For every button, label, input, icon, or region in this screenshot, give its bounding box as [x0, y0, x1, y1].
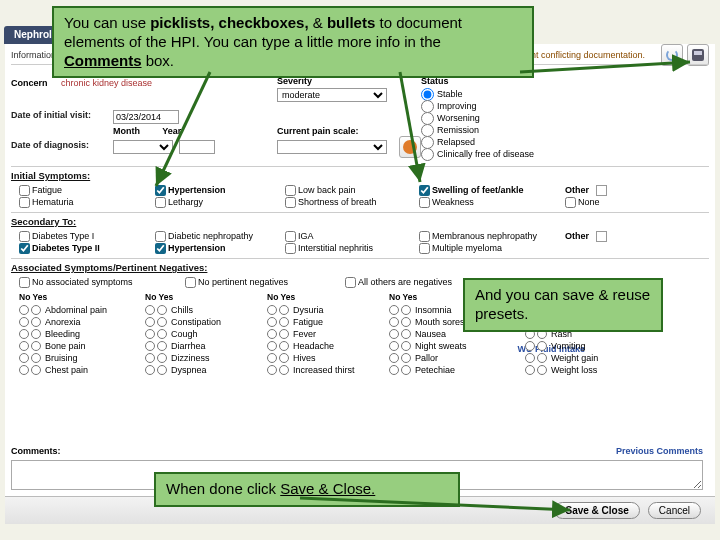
- chk-dn[interactable]: [155, 231, 166, 242]
- assoc-yes[interactable]: [279, 317, 289, 327]
- assoc-yes[interactable]: [31, 305, 41, 315]
- assoc-no[interactable]: [389, 365, 399, 375]
- assoc-label: Headache: [293, 341, 334, 351]
- assoc-yes[interactable]: [157, 329, 167, 339]
- assoc-no[interactable]: [145, 305, 155, 315]
- chk-iga[interactable]: [285, 231, 296, 242]
- assoc-yes[interactable]: [279, 305, 289, 315]
- assoc-yes[interactable]: [31, 353, 41, 363]
- chk-lethargy[interactable]: [155, 197, 166, 208]
- assoc-no[interactable]: [389, 305, 399, 315]
- chk-intn[interactable]: [285, 243, 296, 254]
- assoc-yes[interactable]: [31, 317, 41, 327]
- chk-dm2[interactable]: [19, 243, 30, 254]
- assoc-yes[interactable]: [31, 365, 41, 375]
- chk-weakness[interactable]: [419, 197, 430, 208]
- assoc-no[interactable]: [19, 365, 29, 375]
- initial-other-input[interactable]: [596, 185, 607, 196]
- chk-all-neg[interactable]: [345, 277, 356, 288]
- cancel-button[interactable]: Cancel: [648, 502, 701, 519]
- chk-memb[interactable]: [419, 231, 430, 242]
- assoc-no[interactable]: [267, 329, 277, 339]
- assoc-yes[interactable]: [31, 329, 41, 339]
- assoc-yes[interactable]: [401, 353, 411, 363]
- assoc-yes[interactable]: [157, 353, 167, 363]
- assoc-no[interactable]: [145, 341, 155, 351]
- assoc-label: Diarrhea: [171, 341, 206, 351]
- chk-sob[interactable]: [285, 197, 296, 208]
- assoc-no[interactable]: [145, 317, 155, 327]
- chk-hematuria[interactable]: [19, 197, 30, 208]
- previous-comments-link[interactable]: Previous Comments: [616, 446, 703, 456]
- save-icon[interactable]: [687, 44, 709, 66]
- assoc-yes[interactable]: [157, 305, 167, 315]
- secondary-other-input[interactable]: [596, 231, 607, 242]
- assoc-no[interactable]: [389, 329, 399, 339]
- assoc-no[interactable]: [19, 317, 29, 327]
- assoc-no[interactable]: [19, 305, 29, 315]
- refresh-icon[interactable]: [661, 44, 683, 66]
- assoc-label: Insomnia: [415, 305, 452, 315]
- status-clinically-free[interactable]: [421, 148, 434, 161]
- initial-visit-date[interactable]: [113, 110, 179, 124]
- assoc-yes[interactable]: [537, 341, 547, 351]
- severity-select[interactable]: moderate: [277, 88, 387, 102]
- assoc-no[interactable]: [145, 353, 155, 363]
- assoc-no[interactable]: [389, 341, 399, 351]
- assoc-no[interactable]: [267, 365, 277, 375]
- assoc-yes[interactable]: [537, 353, 547, 363]
- chk-htn2[interactable]: [155, 243, 166, 254]
- chk-mm[interactable]: [419, 243, 430, 254]
- assoc-yes[interactable]: [279, 341, 289, 351]
- callout-side: And you can save & reuse presets.: [463, 278, 663, 332]
- callout-bottom: When done click Save & Close.: [154, 472, 460, 507]
- assoc-no[interactable]: [267, 305, 277, 315]
- diagnosis-year[interactable]: [179, 140, 215, 154]
- assoc-no[interactable]: [389, 317, 399, 327]
- assoc-no[interactable]: [525, 353, 535, 363]
- chk-none[interactable]: [565, 197, 576, 208]
- chk-lowback[interactable]: [285, 185, 296, 196]
- chk-fatigue[interactable]: [19, 185, 30, 196]
- assoc-yes[interactable]: [157, 317, 167, 327]
- status-radios: Stable Improving Worsening Remission Rel…: [421, 88, 534, 160]
- assoc-yes[interactable]: [157, 365, 167, 375]
- assoc-yes[interactable]: [279, 353, 289, 363]
- assoc-yes[interactable]: [401, 305, 411, 315]
- assoc-label: Bruising: [45, 353, 78, 363]
- assoc-no[interactable]: [267, 341, 277, 351]
- assoc-yes[interactable]: [401, 317, 411, 327]
- assoc-no[interactable]: [525, 341, 535, 351]
- pain-scale-select[interactable]: [277, 140, 387, 154]
- assoc-no[interactable]: [19, 341, 29, 351]
- assoc-yes[interactable]: [401, 329, 411, 339]
- assoc-no[interactable]: [145, 365, 155, 375]
- diagnosis-month[interactable]: [113, 140, 173, 154]
- pain-face-icon[interactable]: [399, 136, 421, 158]
- assoc-label: Vomiting: [551, 341, 586, 351]
- chk-no-assoc[interactable]: [19, 277, 30, 288]
- diagnosis-date-label: Date of diagnosis:: [11, 140, 89, 150]
- assoc-no[interactable]: [145, 329, 155, 339]
- assoc-no[interactable]: [19, 329, 29, 339]
- chk-hypertension[interactable]: [155, 185, 166, 196]
- assoc-yes[interactable]: [157, 341, 167, 351]
- chk-no-pert[interactable]: [185, 277, 196, 288]
- assoc-no[interactable]: [525, 365, 535, 375]
- assoc-yes[interactable]: [401, 365, 411, 375]
- assoc-no[interactable]: [267, 317, 277, 327]
- chk-dm1[interactable]: [19, 231, 30, 242]
- save-close-button[interactable]: Save & Close: [554, 502, 639, 519]
- assoc-label: Weight loss: [551, 365, 597, 375]
- assoc-yes[interactable]: [31, 341, 41, 351]
- assoc-label: Petechiae: [415, 365, 455, 375]
- assoc-yes[interactable]: [279, 329, 289, 339]
- assoc-no[interactable]: [389, 353, 399, 363]
- assoc-yes[interactable]: [279, 365, 289, 375]
- assoc-yes[interactable]: [537, 365, 547, 375]
- assoc-no[interactable]: [19, 353, 29, 363]
- assoc-yes[interactable]: [401, 341, 411, 351]
- assoc-no[interactable]: [267, 353, 277, 363]
- chk-swelling[interactable]: [419, 185, 430, 196]
- assoc-label: Fever: [293, 329, 316, 339]
